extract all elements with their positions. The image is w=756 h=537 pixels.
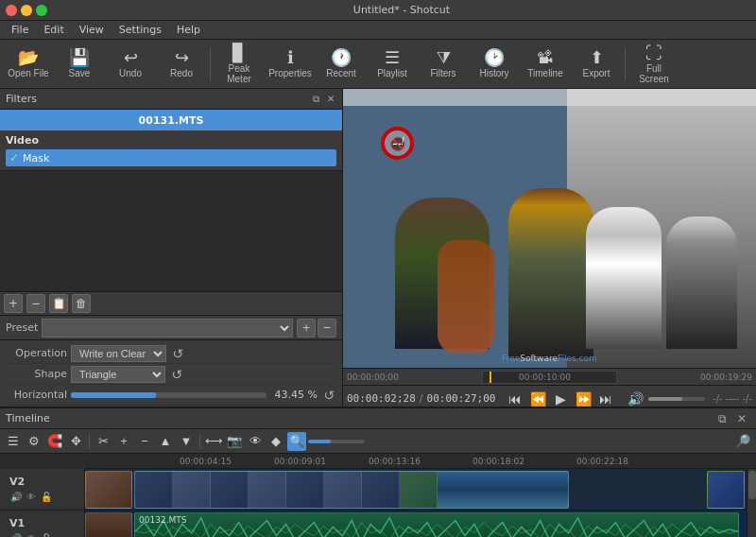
play-button[interactable]: ▶ <box>551 390 570 408</box>
recent-button[interactable]: 🕐 Recent <box>317 42 366 87</box>
save-button[interactable]: 💾 Save <box>55 42 104 87</box>
fullscreen-button[interactable]: ⛶ Full Screen <box>629 42 679 87</box>
maximize-button[interactable] <box>36 5 47 16</box>
tc-4: 00:00:18:02 <box>472 457 524 466</box>
skip-end-button[interactable]: ⏭ <box>596 390 615 408</box>
time-ruler[interactable]: 00:00:10:00 <box>482 371 617 384</box>
shape-dropdown[interactable]: Triangle <box>71 366 165 383</box>
track-v1-lock-button[interactable]: 🔓 <box>40 531 53 537</box>
peak-meter-button[interactable]: ▊ Peak Meter <box>215 42 264 87</box>
operation-reset-button[interactable]: ↺ <box>170 346 185 361</box>
shape-reset-button[interactable]: ↺ <box>169 367 184 382</box>
undo-button[interactable]: ↩ Undo <box>106 42 155 87</box>
volume-slider[interactable] <box>648 397 705 401</box>
track-v2-lock-button[interactable]: 🔓 <box>40 490 53 503</box>
tl-snap-button[interactable]: 🧲 <box>45 432 64 451</box>
time-cursor <box>490 372 491 383</box>
clip-v1-label: 00132.MTS <box>139 515 186 525</box>
tl-ripple-button[interactable]: ⟷ <box>204 432 223 451</box>
history-icon: 🕑 <box>484 49 505 66</box>
panel-float-button[interactable]: ⧉ <box>311 94 321 105</box>
tl-settings-button[interactable]: ⚙ <box>25 432 43 451</box>
time-start: 00:00:00;00 <box>347 372 480 382</box>
export-icon: ⬆ <box>590 49 604 66</box>
timeline-title: Timeline <box>6 412 50 424</box>
fullscreen-label: Full Screen <box>631 63 677 84</box>
scrollbar-thumb[interactable] <box>748 471 756 499</box>
export-button[interactable]: ⬆ Export <box>572 42 621 87</box>
skip-start-button[interactable]: ⏮ <box>506 390 524 408</box>
menu-file[interactable]: File <box>4 22 36 38</box>
tl-split-button[interactable]: ✂ <box>94 432 112 451</box>
properties-button[interactable]: ℹ Properties <box>266 42 315 87</box>
horizontal-label: Horizontal <box>6 389 67 401</box>
tl-up-button[interactable]: ▲ <box>156 432 175 451</box>
playlist-button[interactable]: ☰ Playlist <box>368 42 417 87</box>
track-v2-clip-1[interactable] <box>85 471 132 509</box>
tl-down-button[interactable]: ▼ <box>177 432 196 451</box>
close-button[interactable] <box>6 5 17 16</box>
minimize-button[interactable] <box>21 5 32 16</box>
tl-zoom-slider[interactable] <box>308 440 365 443</box>
horizontal-reset-button[interactable]: ↺ <box>321 388 336 403</box>
tl-zoom-in-button[interactable]: 🔍 <box>287 432 306 451</box>
filters-button[interactable]: ⧩ Filters <box>419 42 468 87</box>
mask-filter-item[interactable]: ✓ Mask <box>6 149 336 166</box>
timeline-float-button[interactable]: ⧉ <box>713 410 730 427</box>
tl-remove-button[interactable]: − <box>135 432 154 451</box>
filter-remove-button[interactable]: − <box>26 294 45 313</box>
operation-dropdown[interactable]: Write on Clear <box>71 345 166 362</box>
timeline-button[interactable]: 📽 Timeline <box>521 42 570 87</box>
history-label: History <box>479 68 508 78</box>
history-button[interactable]: 🕑 History <box>470 42 519 87</box>
track-v2-clip-2[interactable]: 00131.MTS <box>134 471 569 509</box>
track-v1-info: V1 🔊 👁 🔓 <box>6 511 57 538</box>
save-icon: 💾 <box>69 49 90 66</box>
prev-frame-button[interactable]: ⏪ <box>528 390 547 408</box>
filter-add-button[interactable]: + <box>4 294 23 313</box>
track-v2-audio-button[interactable]: 🔊 <box>9 490 23 503</box>
next-frame-button[interactable]: ⏩ <box>574 390 593 408</box>
redo-button[interactable]: ↪ Redo <box>157 42 206 87</box>
track-v2-eye-button[interactable]: 👁 <box>25 490 38 503</box>
tl-camera-button[interactable]: 📷 <box>225 432 244 451</box>
preset-row: Preset + − <box>0 316 342 340</box>
tl-add-button[interactable]: + <box>114 432 133 451</box>
tl-zoom-out-button[interactable]: 🔎 <box>733 432 752 451</box>
tl-preview-button[interactable]: 👁 <box>246 432 265 451</box>
preset-minus-button[interactable]: − <box>318 319 336 338</box>
timeline-close-button[interactable]: ✕ <box>733 410 750 427</box>
preset-add-button[interactable]: + <box>297 319 316 338</box>
track-v2-clip-3[interactable] <box>707 471 745 509</box>
thumb-3 <box>211 472 249 508</box>
volume-button[interactable]: 🔊 <box>626 390 644 408</box>
player-time-ruler: 00:00:00;00 00:00:10:00 00:00:19:29 <box>343 368 756 385</box>
track-v1-clip-1[interactable] <box>85 512 132 537</box>
menu-help[interactable]: Help <box>169 22 208 38</box>
open-file-button[interactable]: 📂 Open File <box>4 42 53 87</box>
filters-panel-header: Filters ⧉ ✕ <box>0 89 342 110</box>
filter-delete-button[interactable]: 🗑 <box>72 294 91 313</box>
open-file-label: Open File <box>8 68 48 78</box>
watermark-free: Free <box>502 354 520 363</box>
volume-fill <box>648 397 682 401</box>
menu-edit[interactable]: Edit <box>36 22 71 38</box>
window-controls[interactable] <box>6 5 47 16</box>
track-v1-clip-2[interactable]: 00132.MTS FreeSoftwareFiles.com <box>134 512 739 537</box>
horizontal-slider[interactable] <box>71 390 266 401</box>
tl-scrub-button[interactable]: ✥ <box>66 432 85 451</box>
track-v1-eye-button[interactable]: 👁 <box>25 531 38 537</box>
time-end: 00:00:19:29 <box>619 372 752 382</box>
tl-menu-button[interactable]: ☰ <box>4 432 23 451</box>
filter-copy-button[interactable]: 📋 <box>49 294 68 313</box>
track-v1-audio-button[interactable]: 🔊 <box>9 531 23 537</box>
menu-view[interactable]: View <box>72 22 112 38</box>
menu-settings[interactable]: Settings <box>112 22 169 38</box>
menu-bar: File Edit View Settings Help <box>0 21 756 40</box>
preset-select[interactable] <box>42 319 293 338</box>
tl-keyframe-button[interactable]: ◆ <box>266 432 285 451</box>
timeline-header: Timeline ⧉ ✕ <box>0 408 756 429</box>
panel-close-button[interactable]: ✕ <box>325 94 336 105</box>
video-section: Video ✓ Mask <box>0 130 342 171</box>
timeline-scrollbar[interactable] <box>747 469 756 537</box>
